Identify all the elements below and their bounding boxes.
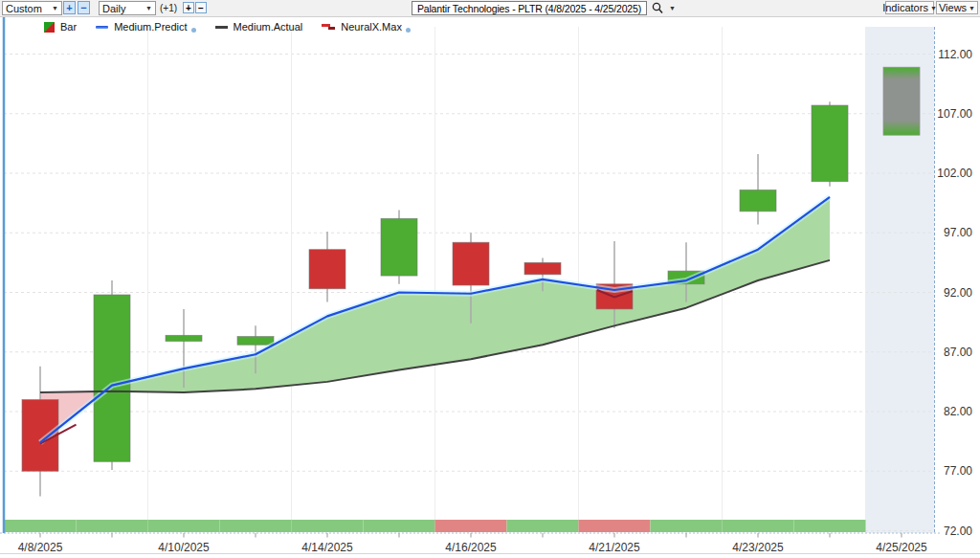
signal-strip-segment — [77, 520, 148, 532]
candle-up[interactable] — [740, 190, 776, 211]
candle-down[interactable] — [309, 250, 345, 289]
signal-strip-segment — [723, 520, 794, 532]
legend-label: Bar — [60, 21, 77, 33]
bar-remove-button[interactable]: − — [195, 2, 207, 13]
bar-candle-icon — [44, 22, 55, 33]
candle-up[interactable] — [94, 295, 130, 461]
zoom-out-button[interactable]: − — [78, 1, 90, 14]
range-select-value: Custom — [6, 3, 42, 14]
predicted-candle[interactable] — [883, 67, 920, 135]
legend-item-medium-predict[interactable]: Medium.Predict — [96, 21, 195, 33]
legend-item-medium-actual[interactable]: Medium.Actual — [215, 21, 303, 33]
legend-label: Medium.Actual — [234, 21, 303, 33]
x-axis-label: 4/25/2025 — [876, 541, 927, 554]
legend-settings-dot[interactable] — [406, 28, 411, 33]
price-chart[interactable]: 4/8/20254/10/20254/14/20254/16/20254/21/… — [0, 0, 980, 558]
legend-item-bar[interactable]: Bar — [44, 21, 77, 33]
zoom-in-button[interactable]: + — [63, 1, 76, 14]
chevron-down-icon: ▼ — [145, 5, 152, 11]
actual-line-icon — [215, 26, 228, 29]
candle-up[interactable] — [237, 337, 274, 346]
legend-settings-dot[interactable] — [191, 28, 196, 33]
legend-label: Medium.Predict — [114, 21, 187, 33]
y-axis-label: 102.00 — [937, 167, 972, 180]
x-axis-label: 4/8/2025 — [18, 541, 63, 554]
symbol-search-input[interactable] — [412, 1, 647, 15]
signal-strip-segment — [794, 520, 866, 532]
candle-up[interactable] — [812, 105, 848, 182]
predict-line-icon — [96, 26, 108, 29]
candle-down[interactable] — [453, 242, 489, 285]
y-axis-label: 112.00 — [938, 48, 972, 61]
search-icon[interactable] — [652, 2, 663, 14]
y-axis-label: 107.00 — [937, 107, 972, 121]
period-select[interactable]: Daily ▼ — [99, 1, 156, 15]
signal-strip-segment — [507, 520, 579, 532]
x-axis-label: 4/16/2025 — [445, 541, 497, 554]
x-axis-label: 4/10/2025 — [158, 541, 210, 554]
y-axis-label: 72.00 — [944, 525, 972, 538]
signal-strip-segment — [364, 520, 435, 532]
candle-up[interactable] — [381, 218, 417, 276]
signal-strip-segment — [292, 520, 364, 532]
chevron-down-icon: ▼ — [52, 5, 58, 11]
x-axis-label: 4/14/2025 — [301, 541, 353, 554]
chart-legend: Bar Medium.Predict Medium.Actual NeuralX… — [44, 21, 411, 33]
x-axis-label: 4/23/2025 — [732, 541, 784, 554]
legend-item-neuralx-max[interactable]: NeuralX.Max — [322, 21, 411, 33]
symbol-search-go[interactable]: ▼ — [652, 1, 676, 14]
candle-up[interactable] — [166, 335, 202, 341]
y-axis-label: 92.00 — [944, 286, 972, 300]
signal-strip-segment — [651, 520, 723, 532]
y-axis-label: 82.00 — [944, 405, 972, 418]
chevron-down-icon: ▼ — [669, 5, 676, 11]
neuralx-icon — [322, 23, 335, 31]
toolbar: Custom ▼ + − Daily ▼ (+1) + − ▼ Indicato… — [0, 0, 980, 17]
y-axis-label: 97.00 — [944, 226, 972, 239]
bars-offset-label: (+1) — [160, 3, 177, 13]
indicators-button[interactable]: Indicators▼ — [885, 1, 934, 14]
signal-strip-segment — [4, 520, 77, 532]
signal-strip-segment — [435, 520, 507, 532]
signal-strip-segment — [579, 520, 651, 532]
legend-label: NeuralX.Max — [341, 21, 402, 33]
signal-strip-segment — [148, 520, 220, 532]
signal-strip-segment — [220, 520, 292, 532]
bar-add-button[interactable]: + — [183, 2, 194, 13]
period-select-value: Daily — [102, 3, 125, 14]
y-axis-label: 77.00 — [944, 464, 972, 478]
views-button[interactable]: Views▼ — [936, 1, 978, 14]
chevron-down-icon: ▼ — [969, 5, 975, 11]
stock-charting-app: { "toolbar": { "range_value": "Custom", … — [0, 0, 980, 558]
y-axis-label: 87.00 — [944, 346, 972, 359]
x-axis-label: 4/21/2025 — [589, 541, 640, 554]
candle-down[interactable] — [524, 262, 561, 274]
range-select[interactable]: Custom ▼ — [2, 1, 62, 15]
